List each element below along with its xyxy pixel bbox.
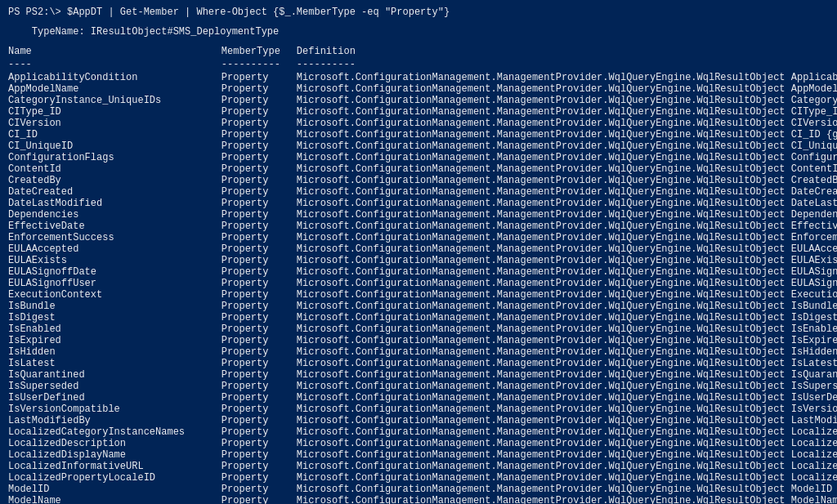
table-row: IsDigestPropertyMicrosoft.ConfigurationM…: [8, 312, 837, 323]
table-row: IsEnabledPropertyMicrosoft.Configuration…: [8, 323, 837, 335]
cell-11-0: DateLastModified: [8, 198, 222, 209]
cell-18-0: EULASignoffUser: [8, 278, 222, 289]
cell-32-1: Property: [222, 438, 297, 449]
cell-16-0: EULAExists: [8, 255, 222, 266]
cell-0-1: Property: [222, 72, 297, 83]
cell-25-0: IsLatest: [8, 358, 222, 369]
cell-16-2: Microsoft.ConfigurationManagement.Manage…: [297, 255, 837, 266]
cell-27-0: IsSuperseded: [8, 381, 222, 392]
cell-11-2: Microsoft.ConfigurationManagement.Manage…: [297, 198, 837, 209]
table-row: CreatedByPropertyMicrosoft.Configuration…: [8, 175, 837, 186]
table-row: IsUserDefinedPropertyMicrosoft.Configura…: [8, 392, 837, 404]
table-row: IsVersionCompatiblePropertyMicrosoft.Con…: [8, 404, 837, 415]
cell-27-1: Property: [222, 381, 297, 392]
cell-24-1: Property: [222, 346, 297, 358]
terminal-window: PS PS2:\> $AppDT | Get-Member | Where-Ob…: [8, 7, 829, 504]
table-header-row: Name MemberType Definition: [8, 46, 837, 59]
table-row: DependenciesPropertyMicrosoft.Configurat…: [8, 209, 837, 221]
table-row: LocalizedDescriptionPropertyMicrosoft.Co…: [8, 438, 837, 449]
cell-28-0: IsUserDefined: [8, 392, 222, 404]
table-row: AppModelNamePropertyMicrosoft.Configurat…: [8, 83, 837, 95]
cell-1-2: Microsoft.ConfigurationManagement.Manage…: [297, 83, 837, 95]
cell-13-0: EffectiveDate: [8, 221, 222, 232]
cell-1-0: AppModelName: [8, 83, 222, 95]
cell-35-1: Property: [222, 472, 297, 484]
cell-12-0: Dependencies: [8, 209, 222, 221]
cell-6-0: CI_UniqueID: [8, 140, 222, 152]
cell-22-0: IsEnabled: [8, 323, 222, 335]
cell-28-1: Property: [222, 392, 297, 404]
cell-28-2: Microsoft.ConfigurationManagement.Manage…: [297, 392, 837, 404]
cell-2-1: Property: [222, 95, 297, 106]
table-row: IsBundlePropertyMicrosoft.ConfigurationM…: [8, 301, 837, 312]
table-row: ModelNamePropertyMicrosoft.Configuration…: [8, 495, 837, 504]
cell-17-1: Property: [222, 266, 297, 278]
cell-6-1: Property: [222, 140, 297, 152]
cell-24-0: IsHidden: [8, 346, 222, 358]
cell-36-1: Property: [222, 484, 297, 495]
cell-19-2: Microsoft.ConfigurationManagement.Manage…: [297, 289, 837, 301]
cell-35-2: Microsoft.ConfigurationManagement.Manage…: [297, 472, 837, 484]
cell-31-0: LocalizedCategoryInstanceNames: [8, 426, 222, 438]
cell-32-2: Microsoft.ConfigurationManagement.Manage…: [297, 438, 837, 449]
table-row: EULASignoffUserPropertyMicrosoft.Configu…: [8, 278, 837, 289]
cell-21-0: IsDigest: [8, 312, 222, 323]
cell-3-0: CIType_ID: [8, 106, 222, 118]
cell-12-1: Property: [222, 209, 297, 221]
cell-13-2: Microsoft.ConfigurationManagement.Manage…: [297, 221, 837, 232]
col-header-membertype: MemberType: [222, 46, 297, 59]
table-divider-row: ---- ---------- ----------: [8, 59, 837, 72]
cell-14-2: Microsoft.ConfigurationManagement.Manage…: [297, 232, 837, 243]
cell-27-2: Microsoft.ConfigurationManagement.Manage…: [297, 381, 837, 392]
table-row: IsHiddenPropertyMicrosoft.ConfigurationM…: [8, 346, 837, 358]
cell-10-2: Microsoft.ConfigurationManagement.Manage…: [297, 186, 837, 198]
cell-11-1: Property: [222, 198, 297, 209]
cell-34-1: Property: [222, 461, 297, 472]
cell-3-2: Microsoft.ConfigurationManagement.Manage…: [297, 106, 837, 118]
cell-4-2: Microsoft.ConfigurationManagement.Manage…: [297, 118, 837, 129]
cell-15-0: EULAAccepted: [8, 243, 222, 255]
cell-7-0: ConfigurationFlags: [8, 152, 222, 163]
cell-36-2: Microsoft.ConfigurationManagement.Manage…: [297, 484, 837, 495]
cell-37-2: Microsoft.ConfigurationManagement.Manage…: [297, 495, 837, 504]
cell-17-2: Microsoft.ConfigurationManagement.Manage…: [297, 266, 837, 278]
col-header-definition: Definition: [297, 46, 837, 59]
cell-21-1: Property: [222, 312, 297, 323]
table-row: CIVersionPropertyMicrosoft.Configuration…: [8, 118, 837, 129]
cell-34-0: LocalizedInformativeURL: [8, 461, 222, 472]
cell-0-0: ApplicabilityCondition: [8, 72, 222, 83]
divider-definition: ----------: [297, 59, 837, 72]
table-row: LocalizedInformativeURLPropertyMicrosoft…: [8, 461, 837, 472]
divider-name: ----: [8, 59, 222, 72]
cell-21-2: Microsoft.ConfigurationManagement.Manage…: [297, 312, 837, 323]
cell-5-1: Property: [222, 129, 297, 140]
cell-32-0: LocalizedDescription: [8, 438, 222, 449]
table-row: ModelIDPropertyMicrosoft.ConfigurationMa…: [8, 484, 837, 495]
cell-14-0: EnforcementSuccess: [8, 232, 222, 243]
cell-7-2: Microsoft.ConfigurationManagement.Manage…: [297, 152, 837, 163]
divider-membertype: ----------: [222, 59, 297, 72]
table-row: ApplicabilityConditionPropertyMicrosoft.…: [8, 72, 837, 83]
cell-2-2: Microsoft.ConfigurationManagement.Manage…: [297, 95, 837, 106]
cell-25-2: Microsoft.ConfigurationManagement.Manage…: [297, 358, 837, 369]
cell-24-2: Microsoft.ConfigurationManagement.Manage…: [297, 346, 837, 358]
table-row: IsLatestPropertyMicrosoft.ConfigurationM…: [8, 358, 837, 369]
table-row: ExecutionContextPropertyMicrosoft.Config…: [8, 289, 837, 301]
cell-15-2: Microsoft.ConfigurationManagement.Manage…: [297, 243, 837, 255]
table-row: EULASignoffDatePropertyMicrosoft.Configu…: [8, 266, 837, 278]
cell-6-2: Microsoft.ConfigurationManagement.Manage…: [297, 140, 837, 152]
cell-9-1: Property: [222, 175, 297, 186]
cell-35-0: LocalizedPropertyLocaleID: [8, 472, 222, 484]
cell-26-0: IsQuarantined: [8, 369, 222, 381]
table-row: DateCreatedPropertyMicrosoft.Configurati…: [8, 186, 837, 198]
cell-30-0: LastModifiedBy: [8, 415, 222, 426]
cell-0-2: Microsoft.ConfigurationManagement.Manage…: [297, 72, 837, 83]
cell-22-2: Microsoft.ConfigurationManagement.Manage…: [297, 323, 837, 335]
cell-20-1: Property: [222, 301, 297, 312]
cell-34-2: Microsoft.ConfigurationManagement.Manage…: [297, 461, 837, 472]
cell-3-1: Property: [222, 106, 297, 118]
cell-25-1: Property: [222, 358, 297, 369]
col-header-name: Name: [8, 46, 222, 59]
cell-33-2: Microsoft.ConfigurationManagement.Manage…: [297, 449, 837, 461]
table-row: IsExpiredPropertyMicrosoft.Configuration…: [8, 335, 837, 346]
